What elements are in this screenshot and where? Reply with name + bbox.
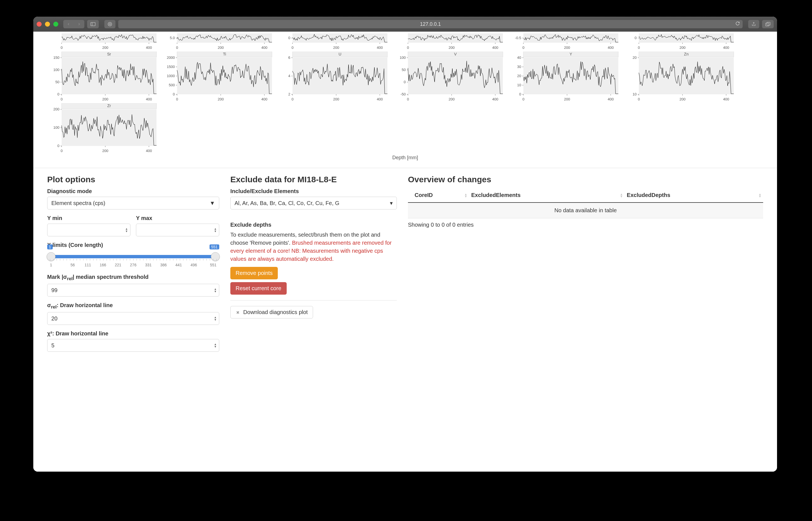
svg-text:0: 0 [638,97,640,101]
slider-track [50,255,217,258]
tabs-button[interactable] [762,20,774,28]
mini-plot[interactable]: Y 4030201000200400 [506,52,620,101]
mini-plot[interactable]: Zr 20010000200400 [44,103,158,153]
forward-button[interactable] [74,20,84,28]
chi-line-label: χ²: Draw horizontal line [47,331,219,337]
window-controls [37,22,58,27]
reload-button[interactable] [736,21,740,27]
stepper-icon[interactable]: ▲▼ [214,227,217,232]
ymin-input[interactable]: ▲▼ [47,224,131,236]
reader-button[interactable] [104,20,115,28]
svg-text:-0.5: -0.5 [515,36,521,40]
chevron-down-icon: ▾ [390,200,393,206]
svg-rect-110 [408,58,503,94]
x-axis-title: Depth [mm] [33,155,777,161]
mini-plot[interactable]: Sr 1501005000200400 [44,52,158,101]
mini-plot[interactable]: Zn 20100200400 [622,52,736,101]
ymax-input[interactable]: ▲▼ [136,224,219,236]
table-header[interactable]: CoreID▲▼ [408,188,469,203]
diagnostic-mode-value: Element spectra (cps) [51,200,106,206]
table-header[interactable]: ExcludedDepths▲▼ [625,188,763,203]
mini-plot[interactable]: V 100500-500200400 [391,52,504,101]
diagnostic-mode-select[interactable]: Element spectra (cps) ▼ [47,197,219,209]
minimize-window-button[interactable] [45,22,50,27]
plot-options-column: Plot options Diagnostic mode Element spe… [47,175,219,357]
svg-text:V: V [454,52,457,56]
sort-icon: ▲▼ [759,193,762,198]
download-icon [235,309,242,315]
svg-text:400: 400 [377,97,383,101]
zoom-window-button[interactable] [53,22,58,27]
svg-text:0: 0 [176,45,178,50]
reset-core-button[interactable]: Reset current core [230,282,287,295]
stepper-icon[interactable]: ▲▼ [214,288,217,293]
svg-text:400: 400 [723,45,729,50]
mark-threshold-input[interactable]: 99 ▲▼ [47,284,219,297]
table-header[interactable]: ExcludedElements▲▼ [469,188,625,203]
svg-text:0: 0 [173,92,175,96]
slider-tick-label: 1 [50,263,65,267]
svg-text:200: 200 [564,45,570,50]
overview-column: Overview of changes CoreID▲▼ExcludedElem… [408,175,763,357]
svg-text:400: 400 [608,97,614,101]
slider-tick-label: 166 [95,263,111,267]
sort-icon: ▲▼ [464,193,467,198]
svg-text:40: 40 [517,55,521,60]
svg-text:400: 400 [492,97,498,101]
chi-line-value: 5 [51,342,54,349]
svg-text:0: 0 [291,97,293,101]
share-button[interactable] [748,20,759,28]
page-content: 0200400 5.00200400 00200400 0200400 -0.5… [33,31,777,472]
srel-line-input[interactable]: 20 ▲▼ [47,312,219,325]
svg-text:Y: Y [569,52,572,56]
xlimits-slider[interactable]: 1 551 156111166221276331386441496551 [47,250,219,268]
stepper-icon[interactable]: ▲▼ [125,227,128,232]
address-bar[interactable]: 127.0.0.1 [118,20,743,28]
svg-text:200: 200 [102,45,108,50]
close-window-button[interactable] [37,22,42,27]
svg-text:20: 20 [517,74,521,78]
svg-text:200: 200 [333,97,339,101]
srel-line-value: 20 [51,315,58,322]
svg-text:0: 0 [61,97,63,101]
table-empty-message: No data available in table [408,203,763,218]
mini-plot[interactable]: -0.50200400 [506,33,620,50]
plot-grid: 0200400 5.00200400 00200400 0200400 -0.5… [33,33,777,153]
svg-text:0: 0 [407,97,409,101]
mini-plot[interactable]: Ti 20001500100050000200400 [160,52,274,101]
svg-text:Zn: Zn [684,52,689,56]
svg-text:200: 200 [679,97,685,101]
download-plot-button[interactable]: Download diagnostics plot [230,306,313,318]
svg-text:4: 4 [288,74,290,78]
mini-plot[interactable]: 0200400 [391,33,504,50]
back-button[interactable] [63,20,74,28]
remove-points-button[interactable]: Remove points [230,267,278,279]
chi-line-input[interactable]: 5 ▲▼ [47,339,219,352]
sidebar-toggle-button[interactable] [87,20,99,28]
titlebar-right [748,20,774,28]
svg-text:400: 400 [723,97,729,101]
svg-text:200: 200 [102,149,108,153]
svg-text:30: 30 [517,65,521,69]
svg-text:Zr: Zr [107,104,111,108]
stepper-icon[interactable]: ▲▼ [214,316,217,321]
mini-plot[interactable]: 5.00200400 [160,33,274,50]
stepper-icon[interactable]: ▲▼ [214,343,217,348]
mini-plot[interactable]: 00200400 [275,33,389,50]
svg-text:200: 200 [679,45,685,50]
address-bar-wrap: 127.0.0.1 [104,20,743,28]
include-exclude-select[interactable]: Al, Ar, As, Ba, Br, Ca, Cl, Co, Cr, Cu, … [230,197,397,209]
browser-window: 127.0.0.1 ＋ 0200400 5.00200400 [33,17,777,472]
svg-text:1500: 1500 [167,65,175,69]
svg-text:0: 0 [407,45,409,50]
exclude-depths-note: To exclude measurements, select/brush th… [230,231,397,263]
svg-rect-39 [523,33,618,43]
mark-threshold-value: 99 [51,287,58,294]
controls-panel: Plot options Diagnostic mode Element spe… [33,168,777,368]
mini-plot[interactable]: U 6420200400 [275,52,389,101]
svg-text:0: 0 [635,36,637,40]
mini-plot[interactable]: 00200400 [622,33,736,50]
mini-plot[interactable]: 0200400 [44,33,158,50]
svg-text:150: 150 [53,55,60,60]
svg-point-2 [108,22,112,26]
